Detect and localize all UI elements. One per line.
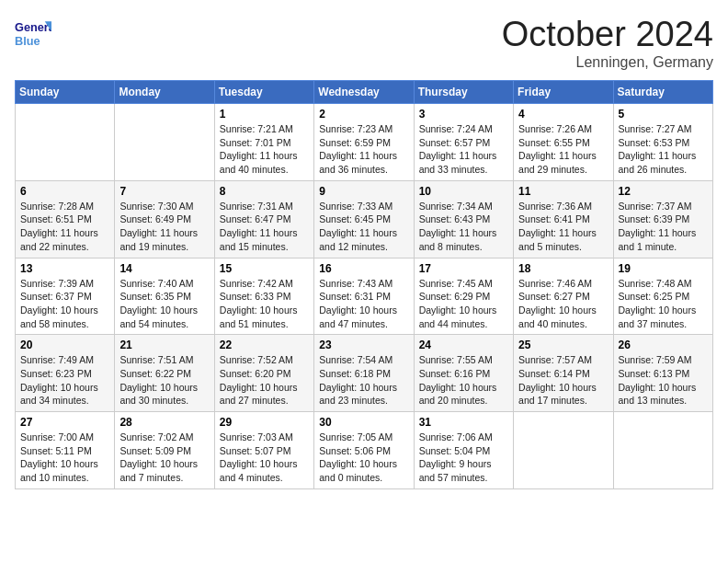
day-number: 27: [20, 416, 109, 429]
day-number: 9: [319, 185, 408, 198]
calendar-cell: 14Sunrise: 7:40 AMSunset: 6:35 PMDayligh…: [115, 258, 214, 335]
day-number: 13: [20, 262, 109, 275]
logo-icon: General Blue: [15, 15, 51, 52]
day-number: 23: [319, 339, 408, 351]
calendar-cell: 17Sunrise: 7:45 AMSunset: 6:29 PMDayligh…: [414, 258, 513, 335]
calendar-cell: 6Sunrise: 7:28 AMSunset: 6:51 PMDaylight…: [16, 180, 115, 258]
calendar-cell: [613, 412, 712, 489]
month-title: October 2024: [502, 15, 713, 54]
calendar-table: SundayMondayTuesdayWednesdayThursdayFrid…: [15, 80, 713, 489]
day-number: 5: [619, 108, 708, 121]
day-number: 28: [119, 416, 209, 429]
logo: General Blue: [15, 15, 55, 52]
day-number: 26: [619, 339, 708, 351]
day-detail: Sunrise: 7:51 AMSunset: 6:22 PMDaylight:…: [119, 353, 209, 408]
day-detail: Sunrise: 7:46 AMSunset: 6:27 PMDaylight:…: [518, 277, 608, 331]
calendar-cell: 18Sunrise: 7:46 AMSunset: 6:27 PMDayligh…: [514, 258, 613, 335]
calendar-cell: 11Sunrise: 7:36 AMSunset: 6:41 PMDayligh…: [514, 180, 613, 258]
day-number: 1: [220, 108, 309, 121]
day-detail: Sunrise: 7:57 AMSunset: 6:14 PMDaylight:…: [518, 353, 608, 408]
weekday-header-thursday: Thursday: [414, 81, 513, 104]
calendar-cell: 25Sunrise: 7:57 AMSunset: 6:14 PMDayligh…: [514, 335, 613, 412]
title-block: October 2024 Lenningen, Germany: [502, 15, 713, 71]
day-number: 4: [518, 108, 608, 121]
day-number: 31: [419, 416, 508, 429]
calendar-cell: 19Sunrise: 7:48 AMSunset: 6:25 PMDayligh…: [613, 258, 712, 335]
day-number: 11: [518, 185, 608, 198]
day-number: 21: [119, 339, 209, 351]
weekday-header-tuesday: Tuesday: [214, 81, 313, 104]
day-detail: Sunrise: 7:23 AMSunset: 6:59 PMDaylight:…: [319, 122, 408, 177]
day-detail: Sunrise: 7:34 AMSunset: 6:43 PMDaylight:…: [419, 200, 508, 254]
calendar-week-row: 6Sunrise: 7:28 AMSunset: 6:51 PMDaylight…: [16, 180, 713, 258]
day-number: 14: [119, 262, 209, 275]
calendar-cell: 1Sunrise: 7:21 AMSunset: 7:01 PMDaylight…: [214, 104, 313, 181]
calendar-cell: [514, 412, 613, 489]
weekday-header-friday: Friday: [514, 81, 613, 104]
calendar-cell: 13Sunrise: 7:39 AMSunset: 6:37 PMDayligh…: [16, 258, 115, 335]
day-detail: Sunrise: 7:52 AMSunset: 6:20 PMDaylight:…: [220, 353, 309, 408]
day-number: 25: [518, 339, 608, 351]
calendar-cell: 2Sunrise: 7:23 AMSunset: 6:59 PMDaylight…: [314, 104, 414, 181]
day-detail: Sunrise: 7:33 AMSunset: 6:45 PMDaylight:…: [319, 200, 408, 254]
calendar-cell: 23Sunrise: 7:54 AMSunset: 6:18 PMDayligh…: [314, 335, 414, 412]
calendar-cell: 8Sunrise: 7:31 AMSunset: 6:47 PMDaylight…: [214, 180, 313, 258]
day-detail: Sunrise: 7:59 AMSunset: 6:13 PMDaylight:…: [619, 353, 708, 408]
calendar-cell: 12Sunrise: 7:37 AMSunset: 6:39 PMDayligh…: [613, 180, 712, 258]
day-detail: Sunrise: 7:31 AMSunset: 6:47 PMDaylight:…: [220, 200, 309, 254]
day-number: 29: [220, 416, 309, 429]
day-detail: Sunrise: 7:02 AMSunset: 5:09 PMDaylight:…: [119, 431, 209, 485]
day-detail: Sunrise: 7:26 AMSunset: 6:55 PMDaylight:…: [518, 122, 608, 177]
calendar-cell: 9Sunrise: 7:33 AMSunset: 6:45 PMDaylight…: [314, 180, 414, 258]
day-detail: Sunrise: 7:37 AMSunset: 6:39 PMDaylight:…: [619, 200, 708, 254]
weekday-header-wednesday: Wednesday: [314, 81, 414, 104]
day-detail: Sunrise: 7:24 AMSunset: 6:57 PMDaylight:…: [419, 122, 508, 177]
day-number: 3: [419, 108, 508, 121]
day-number: 20: [20, 339, 109, 351]
location: Lenningen, Germany: [502, 54, 713, 71]
day-number: 24: [419, 339, 508, 351]
calendar-cell: 28Sunrise: 7:02 AMSunset: 5:09 PMDayligh…: [115, 412, 214, 489]
calendar-week-row: 1Sunrise: 7:21 AMSunset: 7:01 PMDaylight…: [16, 104, 713, 181]
calendar-cell: 5Sunrise: 7:27 AMSunset: 6:53 PMDaylight…: [613, 104, 712, 181]
calendar-cell: 15Sunrise: 7:42 AMSunset: 6:33 PMDayligh…: [214, 258, 313, 335]
svg-text:Blue: Blue: [15, 34, 40, 48]
calendar-cell: 16Sunrise: 7:43 AMSunset: 6:31 PMDayligh…: [314, 258, 414, 335]
day-number: 8: [220, 185, 309, 198]
weekday-header-monday: Monday: [115, 81, 214, 104]
day-number: 17: [419, 262, 508, 275]
weekday-header-row: SundayMondayTuesdayWednesdayThursdayFrid…: [16, 81, 713, 104]
day-detail: Sunrise: 7:28 AMSunset: 6:51 PMDaylight:…: [20, 200, 109, 254]
day-detail: Sunrise: 7:55 AMSunset: 6:16 PMDaylight:…: [419, 353, 508, 408]
calendar-cell: 20Sunrise: 7:49 AMSunset: 6:23 PMDayligh…: [16, 335, 115, 412]
calendar-cell: 27Sunrise: 7:00 AMSunset: 5:11 PMDayligh…: [16, 412, 115, 489]
day-number: 6: [20, 185, 109, 198]
calendar-week-row: 20Sunrise: 7:49 AMSunset: 6:23 PMDayligh…: [16, 335, 713, 412]
day-number: 12: [619, 185, 708, 198]
calendar-cell: 29Sunrise: 7:03 AMSunset: 5:07 PMDayligh…: [214, 412, 313, 489]
calendar-cell: 30Sunrise: 7:05 AMSunset: 5:06 PMDayligh…: [314, 412, 414, 489]
day-detail: Sunrise: 7:45 AMSunset: 6:29 PMDaylight:…: [419, 277, 508, 331]
calendar-cell: 7Sunrise: 7:30 AMSunset: 6:49 PMDaylight…: [115, 180, 214, 258]
calendar-cell: [16, 104, 115, 181]
day-number: 15: [220, 262, 309, 275]
weekday-header-sunday: Sunday: [16, 81, 115, 104]
day-detail: Sunrise: 7:06 AMSunset: 5:04 PMDaylight:…: [419, 431, 508, 485]
calendar-cell: 22Sunrise: 7:52 AMSunset: 6:20 PMDayligh…: [214, 335, 313, 412]
day-detail: Sunrise: 7:30 AMSunset: 6:49 PMDaylight:…: [119, 200, 209, 254]
calendar-week-row: 27Sunrise: 7:00 AMSunset: 5:11 PMDayligh…: [16, 412, 713, 489]
day-detail: Sunrise: 7:05 AMSunset: 5:06 PMDaylight:…: [319, 431, 408, 485]
calendar-week-row: 13Sunrise: 7:39 AMSunset: 6:37 PMDayligh…: [16, 258, 713, 335]
day-detail: Sunrise: 7:39 AMSunset: 6:37 PMDaylight:…: [20, 277, 109, 331]
day-detail: Sunrise: 7:03 AMSunset: 5:07 PMDaylight:…: [220, 431, 309, 485]
day-number: 16: [319, 262, 408, 275]
day-number: 18: [518, 262, 608, 275]
day-detail: Sunrise: 7:40 AMSunset: 6:35 PMDaylight:…: [119, 277, 209, 331]
day-detail: Sunrise: 7:36 AMSunset: 6:41 PMDaylight:…: [518, 200, 608, 254]
page-header: General Blue October 2024 Lenningen, Ger…: [15, 15, 713, 71]
day-number: 19: [619, 262, 708, 275]
calendar-cell: 31Sunrise: 7:06 AMSunset: 5:04 PMDayligh…: [414, 412, 513, 489]
day-detail: Sunrise: 7:00 AMSunset: 5:11 PMDaylight:…: [20, 431, 109, 485]
day-number: 22: [220, 339, 309, 351]
day-detail: Sunrise: 7:54 AMSunset: 6:18 PMDaylight:…: [319, 353, 408, 408]
